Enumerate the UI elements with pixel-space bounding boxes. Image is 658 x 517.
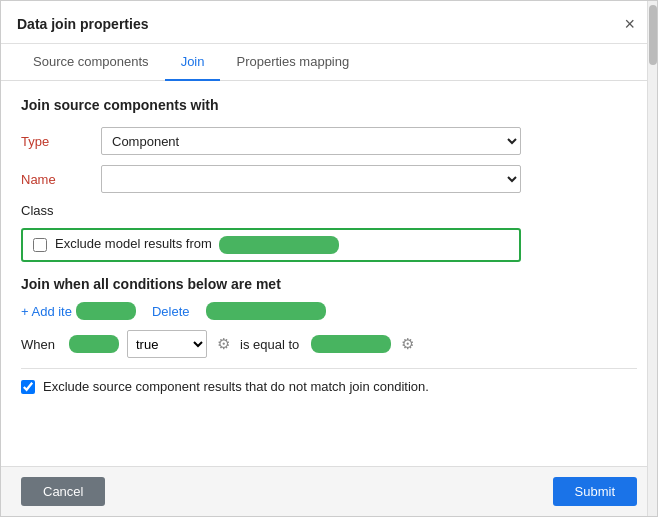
condition-value-select[interactable]: true: [127, 330, 207, 358]
close-button[interactable]: ×: [618, 13, 641, 35]
cancel-button[interactable]: Cancel: [21, 477, 105, 506]
exclude-source-checkbox[interactable]: [21, 380, 35, 394]
condition-row: When true ⚙ is equal to ⚙: [21, 330, 637, 369]
redacted-blob-3: [206, 302, 326, 320]
class-label: Class: [21, 203, 637, 218]
redacted-blob-4: [69, 335, 119, 353]
dialog-header: Data join properties ×: [1, 1, 657, 44]
submit-button[interactable]: Submit: [553, 477, 637, 506]
add-item-button[interactable]: + Add ite: [21, 302, 136, 320]
join-section-title: Join source components with: [21, 97, 637, 113]
scrollbar[interactable]: [647, 1, 657, 516]
name-row: Name: [21, 165, 637, 193]
equals-label: is equal to: [240, 337, 299, 352]
redacted-blob-1: [219, 236, 339, 254]
type-row: Type Component: [21, 127, 637, 155]
name-label: Name: [21, 172, 101, 187]
exclude-source-row: Exclude source component results that do…: [21, 379, 637, 394]
name-select[interactable]: [101, 165, 521, 193]
add-delete-row: + Add ite Delete: [21, 302, 637, 320]
condition-gear-button[interactable]: ⚙: [215, 333, 232, 355]
dialog-footer: Cancel Submit: [1, 466, 657, 516]
scrollbar-thumb: [649, 5, 657, 65]
exclude-model-text: Exclude model results from: [55, 236, 339, 254]
tabs-bar: Source components Join Properties mappin…: [1, 44, 657, 81]
conditions-section-title: Join when all conditions below are met: [21, 276, 637, 292]
type-label: Type: [21, 134, 101, 149]
type-select[interactable]: Component: [101, 127, 521, 155]
redacted-blob-2: [76, 302, 136, 320]
delete-button[interactable]: Delete: [152, 304, 190, 319]
exclude-model-checkbox[interactable]: [33, 238, 47, 252]
exclude-model-box: Exclude model results from: [21, 228, 521, 262]
tab-properties-mapping[interactable]: Properties mapping: [220, 44, 365, 81]
exclude-source-text: Exclude source component results that do…: [43, 379, 429, 394]
dialog: Data join properties × Source components…: [0, 0, 658, 517]
equals-gear-button[interactable]: ⚙: [399, 333, 416, 355]
redacted-blob-5: [311, 335, 391, 353]
dialog-title: Data join properties: [17, 16, 148, 32]
when-label: When: [21, 337, 61, 352]
tab-source-components[interactable]: Source components: [17, 44, 165, 81]
dialog-body: Join source components with Type Compone…: [1, 81, 657, 466]
class-row: Class: [21, 203, 637, 218]
tab-join[interactable]: Join: [165, 44, 221, 81]
